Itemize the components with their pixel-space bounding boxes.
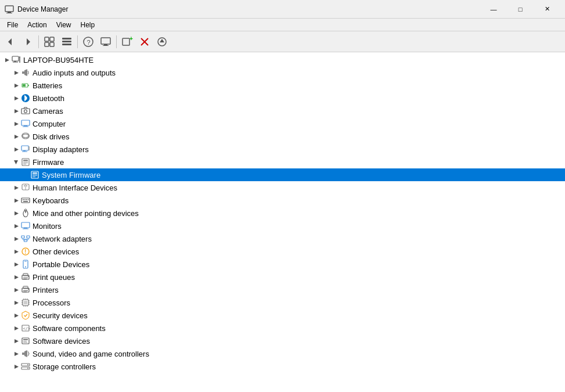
svg-marker-128 <box>15 314 19 318</box>
svg-rect-30 <box>22 71 24 74</box>
hid-expand-arrow[interactable] <box>12 183 21 192</box>
tree-root[interactable]: LAPTOP-BU954HTE <box>0 53 565 66</box>
svg-marker-29 <box>15 71 19 75</box>
tree-softdev[interactable]: Software devices <box>0 335 565 347</box>
tree-system-firmware[interactable]: System Firmware <box>0 168 565 181</box>
tree-sound[interactable]: Sound, video and game controllers <box>0 347 565 360</box>
softdev-expand-arrow[interactable] <box>12 336 21 346</box>
other-expand-arrow[interactable] <box>12 247 21 256</box>
tree-cameras[interactable]: Cameras <box>0 105 565 117</box>
tree-other[interactable]: ! Other devices <box>0 245 565 258</box>
firmware-icon <box>21 157 30 167</box>
display-expand-arrow[interactable] <box>12 145 21 154</box>
svg-marker-66 <box>15 186 19 190</box>
svg-text:!: ! <box>24 249 26 255</box>
sound-expand-arrow[interactable] <box>12 349 21 358</box>
root-label: LAPTOP-BU954HTE <box>23 56 93 64</box>
tree-softcomp[interactable]: </> Software components <box>0 322 565 335</box>
close-button[interactable]: ✕ <box>534 0 560 19</box>
svg-rect-115 <box>24 301 27 304</box>
toolbar-remove[interactable] <box>136 34 153 50</box>
svg-rect-135 <box>23 341 27 341</box>
svg-point-70 <box>26 185 27 186</box>
menu-help[interactable]: Help <box>76 20 100 30</box>
tree-bluetooth[interactable]: Bluetooth <box>0 92 565 105</box>
hid-icon <box>21 183 30 192</box>
processors-expand-arrow[interactable] <box>12 298 21 307</box>
processors-label: Processors <box>33 299 70 307</box>
menu-file[interactable]: File <box>2 20 23 30</box>
tree-print-queues[interactable]: Print queues <box>0 271 565 283</box>
root-expand-arrow[interactable] <box>2 55 12 64</box>
window-controls: — □ ✕ <box>480 0 560 19</box>
cameras-expand-arrow[interactable] <box>12 106 21 116</box>
svg-rect-10 <box>62 41 71 42</box>
tree-printers[interactable]: Printers <box>0 283 565 296</box>
minimize-button[interactable]: — <box>480 0 507 19</box>
svg-rect-15 <box>104 44 107 45</box>
svg-marker-38 <box>15 109 19 113</box>
tree-hid[interactable]: Human Interface Devices <box>0 181 565 194</box>
svg-rect-111 <box>23 292 27 292</box>
storage-expand-arrow[interactable] <box>12 362 21 371</box>
computer-label: Computer <box>33 120 66 128</box>
printqueues-expand-arrow[interactable] <box>12 272 21 282</box>
menu-action[interactable]: Action <box>23 20 51 30</box>
bluetooth-expand-arrow[interactable] <box>12 93 21 103</box>
toolbar-back[interactable] <box>2 34 19 50</box>
device-tree[interactable]: LAPTOP-BU954HTE Audio inputs and outputs <box>0 52 565 392</box>
tree-monitors[interactable]: Monitors <box>0 220 565 232</box>
tree-disk[interactable]: Disk drives <box>0 130 565 143</box>
toolbar-show-type[interactable] <box>41 34 57 50</box>
keyboards-expand-arrow[interactable] <box>12 196 21 205</box>
toolbar-forward[interactable] <box>20 34 36 50</box>
monitors-expand-arrow[interactable] <box>12 221 21 231</box>
audio-label: Audio inputs and outputs <box>33 69 116 77</box>
svg-rect-16 <box>103 45 109 46</box>
tree-computer[interactable]: Computer <box>0 117 565 130</box>
firmware-expand-arrow[interactable] <box>12 157 21 167</box>
printers-label: Printers <box>33 286 59 294</box>
tree-security[interactable]: Security devices <box>0 309 565 322</box>
tree-mice[interactable]: Mice and other pointing devices <box>0 207 565 220</box>
tree-batteries[interactable]: Batteries <box>0 79 565 92</box>
tree-keyboards[interactable]: Keyboards <box>0 194 565 207</box>
toolbar-sep-2 <box>77 35 78 48</box>
svg-rect-134 <box>23 339 28 340</box>
svg-marker-71 <box>15 199 19 203</box>
toolbar-update[interactable] <box>154 34 170 50</box>
toolbar-show-resource[interactable] <box>59 34 75 50</box>
svg-rect-7 <box>45 42 49 46</box>
portable-expand-arrow[interactable] <box>12 260 21 269</box>
printers-expand-arrow[interactable] <box>12 285 21 294</box>
cameras-icon <box>21 106 30 116</box>
mice-expand-arrow[interactable] <box>12 208 21 218</box>
menu-view[interactable]: View <box>52 20 76 30</box>
tree-storage[interactable]: Storage controllers <box>0 360 565 373</box>
batteries-expand-arrow[interactable] <box>12 81 21 90</box>
svg-rect-26 <box>13 62 18 63</box>
svg-marker-31 <box>24 69 27 76</box>
main-content: LAPTOP-BU954HTE Audio inputs and outputs <box>0 52 565 392</box>
security-expand-arrow[interactable] <box>12 311 21 320</box>
svg-point-143 <box>27 364 28 365</box>
toolbar-help[interactable]: ? <box>80 34 96 50</box>
audio-expand-arrow[interactable] <box>12 68 21 77</box>
svg-rect-1 <box>8 12 11 13</box>
svg-rect-72 <box>21 198 30 203</box>
tree-audio[interactable]: Audio inputs and outputs <box>0 66 565 79</box>
disk-expand-arrow[interactable] <box>12 132 21 141</box>
svg-rect-25 <box>14 61 16 62</box>
toolbar-display[interactable] <box>98 34 114 50</box>
computer-expand-arrow[interactable] <box>12 119 21 128</box>
network-expand-arrow[interactable] <box>12 234 21 243</box>
tree-firmware[interactable]: Firmware <box>0 156 565 168</box>
softcomp-expand-arrow[interactable] <box>12 323 21 333</box>
tree-display[interactable]: Display adapters <box>0 143 565 156</box>
tree-processors[interactable]: Processors <box>0 296 565 309</box>
tree-network[interactable]: Network adapters <box>0 232 565 245</box>
svg-rect-24 <box>12 56 19 61</box>
toolbar-add-driver[interactable]: + <box>119 34 135 50</box>
maximize-button[interactable]: □ <box>507 0 534 19</box>
tree-portable[interactable]: Portable Devices <box>0 258 565 271</box>
